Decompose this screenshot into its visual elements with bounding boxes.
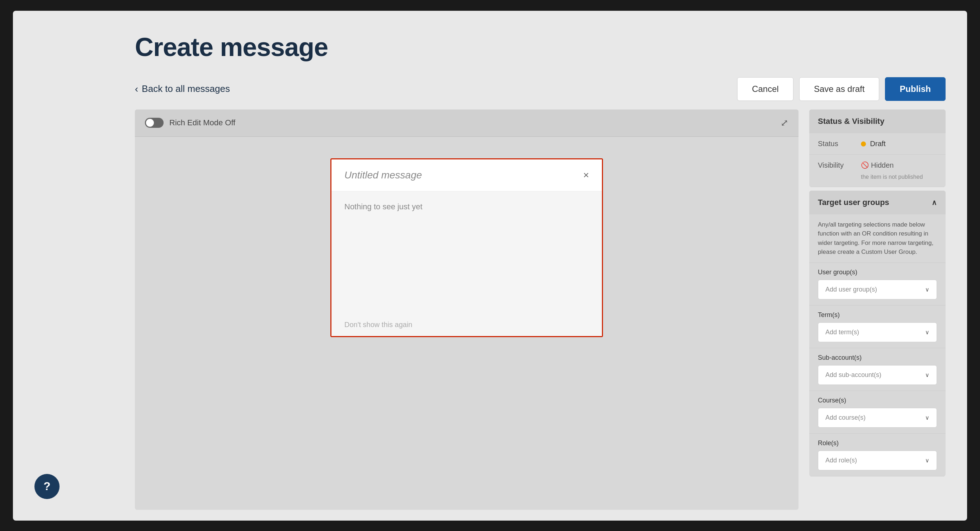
role-dropdown[interactable]: Add role(s) ∨ (818, 451, 937, 470)
role-dropdown-group: Role(s) Add role(s) ∨ (809, 434, 945, 477)
editor-toolbar: Rich Edit Mode Off ⤢ (135, 110, 799, 137)
course-label: Course(s) (818, 397, 937, 404)
visibility-row: Visibility 🚫 Hidden the item is not publ… (809, 155, 945, 187)
role-placeholder: Add role(s) (826, 457, 857, 464)
subaccount-arrow-icon: ∨ (925, 372, 929, 378)
status-row: Status Draft (809, 133, 945, 155)
toggle-switch-icon[interactable] (145, 118, 164, 128)
help-icon: ? (43, 480, 51, 493)
status-visibility-section: Status & Visibility Status Draft Visibil… (809, 110, 945, 187)
user-group-label: User group(s) (818, 269, 937, 276)
status-label: Status (818, 140, 861, 148)
dialog-close-button[interactable]: × (583, 169, 589, 181)
save-draft-button[interactable]: Save as draft (799, 77, 879, 101)
editor-panel: Rich Edit Mode Off ⤢ Untitled message × … (135, 110, 799, 510)
status-dot-icon (861, 142, 866, 147)
target-header: Target user groups ∧ (809, 191, 945, 214)
sidebar: Status & Visibility Status Draft Visibil… (809, 110, 945, 510)
publish-button[interactable]: Publish (885, 77, 945, 101)
top-bar: ‹ Back to all messages Cancel Save as dr… (135, 77, 945, 101)
subaccount-dropdown[interactable]: Add sub-account(s) ∨ (818, 365, 937, 385)
rich-edit-toggle[interactable]: Rich Edit Mode Off (145, 118, 235, 128)
user-group-placeholder: Add user group(s) (826, 286, 877, 293)
dont-show-link[interactable]: Don't show this again (344, 321, 412, 328)
rich-edit-label: Rich Edit Mode Off (169, 118, 235, 128)
cancel-button[interactable]: Cancel (737, 77, 794, 101)
term-dropdown-group: Term(s) Add term(s) ∨ (809, 306, 945, 348)
target-description: Any/all targeting selections made below … (809, 214, 945, 263)
role-label: Role(s) (818, 439, 937, 447)
hidden-icon: 🚫 Hidden (861, 161, 894, 169)
subaccount-label: Sub-account(s) (818, 354, 937, 362)
user-group-arrow-icon: ∨ (925, 286, 929, 293)
eye-slash-icon: 🚫 (861, 161, 869, 169)
subaccount-placeholder: Add sub-account(s) (826, 371, 881, 379)
visibility-label: Visibility (818, 161, 861, 169)
user-group-dropdown-group: User group(s) Add user group(s) ∨ (809, 263, 945, 306)
message-dialog: Untitled message × Nothing to see just y… (330, 158, 603, 337)
course-arrow-icon: ∨ (925, 414, 929, 421)
term-placeholder: Add term(s) (826, 328, 859, 336)
term-dropdown[interactable]: Add term(s) ∨ (818, 322, 937, 342)
back-link-label: Back to all messages (142, 83, 230, 94)
user-group-dropdown[interactable]: Add user group(s) ∨ (818, 280, 937, 300)
visibility-value: 🚫 Hidden the item is not published (861, 161, 923, 180)
term-arrow-icon: ∨ (925, 329, 929, 336)
course-dropdown[interactable]: Add course(s) ∨ (818, 408, 937, 427)
chevron-left-icon: ‹ (135, 83, 138, 95)
main-screen: Create message ‹ Back to all messages Ca… (13, 11, 967, 521)
term-label: Term(s) (818, 311, 937, 319)
dialog-body-text: Nothing to see just yet (344, 202, 423, 211)
help-button[interactable]: ? (35, 474, 60, 499)
status-visibility-title: Status & Visibility (809, 110, 945, 133)
dialog-header: Untitled message × (331, 159, 602, 191)
status-value: Draft (861, 140, 886, 148)
course-placeholder: Add course(s) (826, 414, 865, 421)
page-title: Create message (135, 32, 328, 62)
dialog-title[interactable]: Untitled message (344, 169, 422, 181)
back-link[interactable]: ‹ Back to all messages (135, 83, 230, 95)
target-title: Target user groups (818, 198, 889, 207)
chevron-up-icon[interactable]: ∧ (932, 198, 937, 207)
top-buttons: Cancel Save as draft Publish (737, 77, 945, 101)
expand-icon[interactable]: ⤢ (781, 117, 788, 129)
status-text: Draft (861, 140, 886, 148)
role-arrow-icon: ∨ (925, 457, 929, 464)
dialog-footer: Don't show this again (331, 313, 602, 336)
course-dropdown-group: Course(s) Add course(s) ∨ (809, 391, 945, 434)
subaccount-dropdown-group: Sub-account(s) Add sub-account(s) ∨ (809, 348, 945, 391)
target-user-groups-section: Target user groups ∧ Any/all targeting s… (809, 191, 945, 477)
visibility-sub-text: the item is not published (861, 174, 923, 180)
editor-body: Untitled message × Nothing to see just y… (135, 137, 799, 158)
dialog-body: Nothing to see just yet (331, 191, 602, 313)
content-area: Rich Edit Mode Off ⤢ Untitled message × … (135, 110, 945, 510)
